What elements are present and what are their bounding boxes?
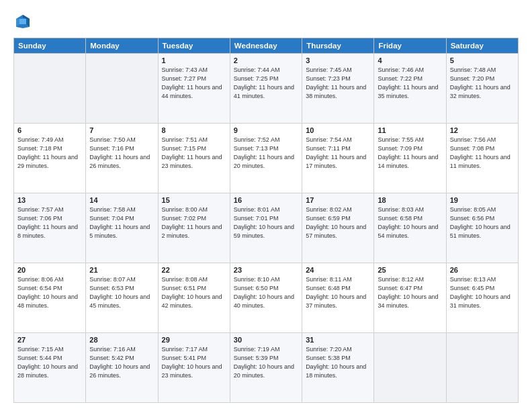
cell-2-3: 8Sunrise: 7:51 AMSunset: 7:15 PMDaylight…: [158, 124, 230, 193]
day-number: 7: [89, 126, 154, 134]
day-info: Sunrise: 8:06 AMSunset: 6:54 PMDaylight:…: [17, 275, 82, 310]
day-info: Sunrise: 7:17 AMSunset: 5:41 PMDaylight:…: [162, 345, 226, 380]
day-info: Sunrise: 8:07 AMSunset: 6:53 PMDaylight:…: [89, 275, 154, 310]
day-number: 24: [306, 266, 370, 274]
day-number: 3: [306, 56, 370, 64]
day-number: 17: [306, 196, 370, 204]
cell-3-7: 19Sunrise: 8:05 AMSunset: 6:56 PMDayligh…: [446, 193, 518, 263]
cell-1-3: 1Sunrise: 7:43 AMSunset: 7:27 PMDaylight…: [158, 54, 230, 124]
day-info: Sunrise: 7:45 AMSunset: 7:23 PMDaylight:…: [306, 66, 370, 101]
day-info: Sunrise: 7:48 AMSunset: 7:20 PMDaylight:…: [450, 66, 515, 101]
cell-2-2: 7Sunrise: 7:50 AMSunset: 7:16 PMDaylight…: [86, 124, 158, 193]
day-info: Sunrise: 8:01 AMSunset: 7:01 PMDaylight:…: [234, 205, 298, 240]
day-number: 13: [17, 196, 82, 204]
logo-icon: [13, 12, 32, 31]
day-number: 15: [162, 196, 226, 204]
day-number: 25: [378, 266, 442, 274]
day-info: Sunrise: 7:15 AMSunset: 5:44 PMDaylight:…: [17, 345, 82, 380]
header: [13, 12, 519, 31]
cell-5-2: 28Sunrise: 7:16 AMSunset: 5:42 PMDayligh…: [86, 333, 158, 403]
cell-4-6: 25Sunrise: 8:12 AMSunset: 6:47 PMDayligh…: [374, 263, 446, 333]
col-monday: Monday: [86, 38, 158, 54]
day-info: Sunrise: 7:52 AMSunset: 7:13 PMDaylight:…: [234, 136, 298, 171]
cell-1-2: [86, 54, 158, 124]
col-friday: Friday: [374, 38, 446, 54]
cell-5-6: [374, 333, 446, 403]
day-info: Sunrise: 8:11 AMSunset: 6:48 PMDaylight:…: [306, 275, 370, 310]
cell-1-7: 5Sunrise: 7:48 AMSunset: 7:20 PMDaylight…: [446, 54, 518, 124]
col-sunday: Sunday: [14, 38, 86, 54]
cell-1-4: 2Sunrise: 7:44 AMSunset: 7:25 PMDaylight…: [230, 54, 302, 124]
day-number: 12: [450, 126, 515, 134]
svg-marker-4: [19, 19, 26, 24]
day-number: 16: [234, 196, 298, 204]
day-number: 1: [162, 56, 226, 64]
cell-2-4: 9Sunrise: 7:52 AMSunset: 7:13 PMDaylight…: [230, 124, 302, 193]
day-number: 29: [162, 336, 226, 344]
cell-1-5: 3Sunrise: 7:45 AMSunset: 7:23 PMDaylight…: [302, 54, 374, 124]
cell-4-7: 26Sunrise: 8:13 AMSunset: 6:45 PMDayligh…: [446, 263, 518, 333]
day-info: Sunrise: 8:13 AMSunset: 6:45 PMDaylight:…: [450, 275, 515, 310]
cell-4-3: 22Sunrise: 8:08 AMSunset: 6:51 PMDayligh…: [158, 263, 230, 333]
cell-2-6: 11Sunrise: 7:55 AMSunset: 7:09 PMDayligh…: [374, 124, 446, 193]
day-info: Sunrise: 7:46 AMSunset: 7:22 PMDaylight:…: [378, 66, 442, 101]
day-info: Sunrise: 7:55 AMSunset: 7:09 PMDaylight:…: [378, 136, 442, 171]
col-thursday: Thursday: [302, 38, 374, 54]
week-row-4: 20Sunrise: 8:06 AMSunset: 6:54 PMDayligh…: [14, 263, 519, 333]
calendar-body: 1Sunrise: 7:43 AMSunset: 7:27 PMDaylight…: [14, 54, 519, 403]
day-info: Sunrise: 8:02 AMSunset: 6:59 PMDaylight:…: [306, 205, 370, 240]
day-number: 30: [234, 336, 298, 344]
col-wednesday: Wednesday: [230, 38, 302, 54]
day-info: Sunrise: 7:57 AMSunset: 7:06 PMDaylight:…: [17, 205, 82, 240]
day-info: Sunrise: 7:56 AMSunset: 7:08 PMDaylight:…: [450, 136, 515, 171]
day-number: 4: [378, 56, 442, 64]
day-number: 2: [234, 56, 298, 64]
day-info: Sunrise: 8:10 AMSunset: 6:50 PMDaylight:…: [234, 275, 298, 310]
day-number: 8: [162, 126, 226, 134]
cell-2-5: 10Sunrise: 7:54 AMSunset: 7:11 PMDayligh…: [302, 124, 374, 193]
day-info: Sunrise: 7:20 AMSunset: 5:38 PMDaylight:…: [306, 345, 370, 380]
cell-4-4: 23Sunrise: 8:10 AMSunset: 6:50 PMDayligh…: [230, 263, 302, 333]
cell-2-1: 6Sunrise: 7:49 AMSunset: 7:18 PMDaylight…: [14, 124, 86, 193]
cell-5-3: 29Sunrise: 7:17 AMSunset: 5:41 PMDayligh…: [158, 333, 230, 403]
day-number: 6: [17, 126, 82, 134]
cell-1-1: [14, 54, 86, 124]
cell-5-1: 27Sunrise: 7:15 AMSunset: 5:44 PMDayligh…: [14, 333, 86, 403]
week-row-3: 13Sunrise: 7:57 AMSunset: 7:06 PMDayligh…: [14, 193, 519, 263]
day-number: 14: [89, 196, 154, 204]
cell-1-6: 4Sunrise: 7:46 AMSunset: 7:22 PMDaylight…: [374, 54, 446, 124]
col-saturday: Saturday: [446, 38, 518, 54]
cell-5-4: 30Sunrise: 7:19 AMSunset: 5:39 PMDayligh…: [230, 333, 302, 403]
cell-3-6: 18Sunrise: 8:03 AMSunset: 6:58 PMDayligh…: [374, 193, 446, 263]
day-number: 20: [17, 266, 82, 274]
day-number: 10: [306, 126, 370, 134]
day-info: Sunrise: 8:00 AMSunset: 7:02 PMDaylight:…: [162, 205, 226, 240]
cell-5-5: 31Sunrise: 7:20 AMSunset: 5:38 PMDayligh…: [302, 333, 374, 403]
cell-4-2: 21Sunrise: 8:07 AMSunset: 6:53 PMDayligh…: [86, 263, 158, 333]
day-info: Sunrise: 8:05 AMSunset: 6:56 PMDaylight:…: [450, 205, 515, 240]
day-info: Sunrise: 7:51 AMSunset: 7:15 PMDaylight:…: [162, 136, 226, 171]
day-number: 22: [162, 266, 226, 274]
cell-2-7: 12Sunrise: 7:56 AMSunset: 7:08 PMDayligh…: [446, 124, 518, 193]
cell-3-3: 15Sunrise: 8:00 AMSunset: 7:02 PMDayligh…: [158, 193, 230, 263]
cell-4-5: 24Sunrise: 8:11 AMSunset: 6:48 PMDayligh…: [302, 263, 374, 333]
day-info: Sunrise: 7:19 AMSunset: 5:39 PMDaylight:…: [234, 345, 298, 380]
col-tuesday: Tuesday: [158, 38, 230, 54]
week-row-1: 1Sunrise: 7:43 AMSunset: 7:27 PMDaylight…: [14, 54, 519, 124]
day-info: Sunrise: 7:43 AMSunset: 7:27 PMDaylight:…: [162, 66, 226, 101]
header-row: Sunday Monday Tuesday Wednesday Thursday…: [14, 38, 519, 54]
day-info: Sunrise: 8:03 AMSunset: 6:58 PMDaylight:…: [378, 205, 442, 240]
day-number: 18: [378, 196, 442, 204]
cell-5-7: [446, 333, 518, 403]
day-info: Sunrise: 7:49 AMSunset: 7:18 PMDaylight:…: [17, 136, 82, 171]
day-info: Sunrise: 8:08 AMSunset: 6:51 PMDaylight:…: [162, 275, 226, 310]
day-info: Sunrise: 7:50 AMSunset: 7:16 PMDaylight:…: [89, 136, 154, 171]
day-number: 27: [17, 336, 82, 344]
cell-3-1: 13Sunrise: 7:57 AMSunset: 7:06 PMDayligh…: [14, 193, 86, 263]
calendar-table: Sunday Monday Tuesday Wednesday Thursday…: [13, 38, 519, 403]
day-info: Sunrise: 7:54 AMSunset: 7:11 PMDaylight:…: [306, 136, 370, 171]
day-number: 19: [450, 196, 515, 204]
day-info: Sunrise: 7:16 AMSunset: 5:42 PMDaylight:…: [89, 345, 154, 380]
cell-4-1: 20Sunrise: 8:06 AMSunset: 6:54 PMDayligh…: [14, 263, 86, 333]
day-number: 23: [234, 266, 298, 274]
